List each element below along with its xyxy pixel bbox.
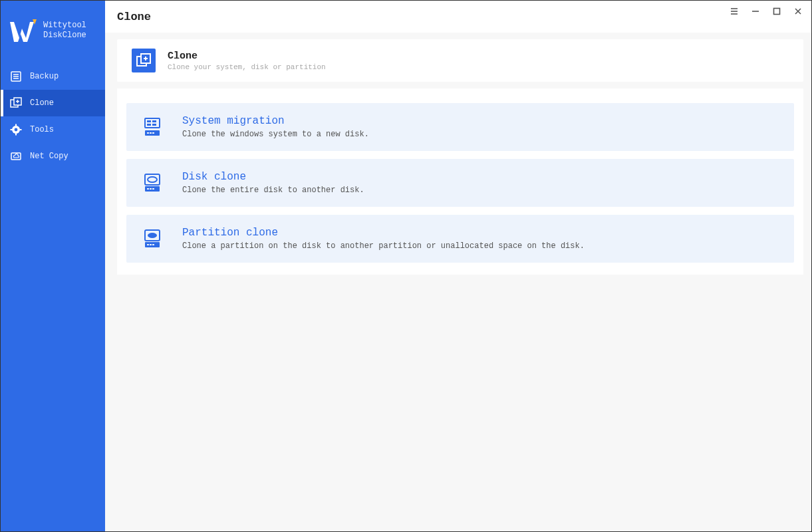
svg-point-38 [148, 177, 157, 182]
content: Clone Clone your system, disk or partiti… [105, 33, 811, 275]
window-controls [728, 5, 805, 18]
option-disk-clone[interactable]: Disk clone Clone the entire disk to anot… [126, 159, 794, 207]
svg-rect-31 [147, 124, 151, 126]
option-system-migration[interactable]: System migration Clone the windows syste… [126, 103, 794, 151]
sidebar-item-backup[interactable]: Backup [1, 63, 105, 90]
close-icon[interactable] [791, 5, 805, 18]
page-title: Clone [117, 11, 151, 23]
option-desc: Clone the entire disk to another disk. [182, 186, 364, 195]
main-area: Clone Clone Clone your system, disk or [105, 1, 811, 531]
option-title: System migration [182, 115, 369, 127]
svg-point-11 [15, 128, 18, 132]
sidebar-item-label: Tools [30, 125, 54, 134]
clone-icon [10, 97, 22, 109]
svg-rect-12 [15, 124, 17, 126]
svg-rect-36 [152, 132, 154, 134]
svg-rect-48 [152, 244, 154, 245]
sidebar-item-clone[interactable]: Clone [1, 90, 105, 116]
option-title: Partition clone [182, 227, 585, 239]
titlebar: Clone [105, 1, 811, 33]
app-logo-block: Wittytool DiskClone [1, 14, 105, 63]
disk-clone-icon [141, 172, 164, 194]
svg-marker-0 [10, 22, 34, 42]
option-partition-clone[interactable]: Partition clone Clone a partition on the… [126, 215, 794, 263]
svg-rect-42 [152, 188, 154, 190]
sidebar-item-label: Clone [30, 98, 54, 108]
section-header-card: Clone Clone your system, disk or partiti… [117, 39, 803, 82]
svg-rect-28 [145, 118, 160, 128]
svg-rect-41 [150, 188, 152, 190]
clone-section-icon [132, 49, 156, 72]
section-header-text: Clone Clone your system, disk or partiti… [168, 51, 326, 71]
section-title: Clone [168, 51, 326, 62]
svg-rect-21 [774, 9, 780, 15]
svg-rect-15 [20, 129, 22, 130]
options-card: System migration Clone the windows syste… [117, 88, 803, 275]
svg-rect-47 [150, 244, 152, 245]
sidebar: Wittytool DiskClone Backup Clone Tools [1, 1, 105, 531]
svg-rect-34 [147, 132, 149, 134]
sidebar-item-netcopy[interactable]: Net Copy [1, 143, 105, 170]
option-title: Disk clone [182, 171, 364, 183]
svg-rect-13 [15, 134, 17, 136]
option-desc: Clone a partition on the disk to another… [182, 241, 585, 251]
menu-icon[interactable] [728, 5, 741, 18]
sidebar-item-label: Backup [30, 72, 59, 81]
svg-rect-46 [147, 244, 149, 245]
backup-icon [10, 70, 22, 82]
svg-rect-40 [147, 188, 149, 190]
option-desc: Clone the windows system to a new disk. [182, 130, 369, 139]
sidebar-item-label: Net Copy [30, 152, 68, 161]
option-text: Disk clone Clone the entire disk to anot… [182, 171, 364, 195]
partition-clone-icon [141, 227, 164, 250]
option-text: Partition clone Clone a partition on the… [182, 227, 585, 251]
option-text: System migration Clone the windows syste… [182, 115, 369, 139]
svg-point-44 [148, 233, 157, 238]
svg-rect-32 [152, 124, 156, 126]
app-logo-icon [10, 18, 37, 43]
svg-rect-14 [11, 129, 13, 130]
svg-rect-35 [150, 132, 152, 134]
system-migration-icon [141, 116, 164, 138]
minimize-icon[interactable] [749, 5, 762, 18]
sidebar-nav: Backup Clone Tools Net Copy [1, 63, 105, 170]
sidebar-item-tools[interactable]: Tools [1, 116, 105, 143]
app-name: Wittytool DiskClone [43, 21, 86, 41]
svg-rect-29 [147, 120, 151, 122]
cloud-icon [10, 150, 22, 162]
maximize-icon[interactable] [770, 5, 783, 18]
svg-rect-30 [152, 120, 156, 122]
gear-icon [10, 124, 22, 136]
section-desc: Clone your system, disk or partition [168, 63, 326, 71]
